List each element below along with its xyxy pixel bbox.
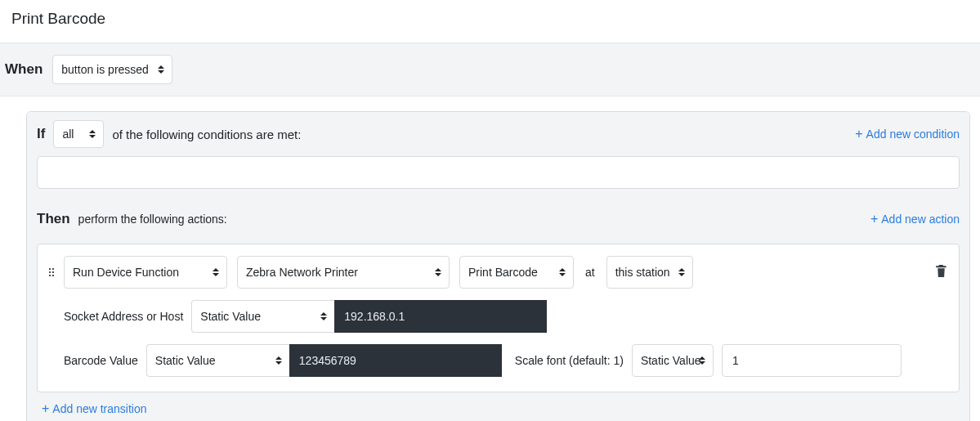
- add-action-button[interactable]: + Add new action: [870, 213, 960, 226]
- when-trigger-value: button is pressed: [61, 63, 149, 76]
- socket-label: Socket Address or Host: [64, 310, 183, 323]
- socket-value-input[interactable]: [334, 300, 547, 333]
- conditions-body: [27, 156, 969, 202]
- sort-icon: [157, 64, 165, 75]
- sort-icon: [212, 266, 220, 278]
- then-body: Run Device Function Zebra Network Printe…: [27, 235, 969, 421]
- drag-handle-icon[interactable]: [49, 268, 54, 276]
- at-label: at: [584, 266, 597, 279]
- rule-panel: If all of the following conditions are m…: [26, 111, 970, 421]
- device-select[interactable]: Zebra Network Printer: [237, 256, 450, 289]
- barcode-mode-value: Static Value: [155, 354, 216, 367]
- device-value: Zebra Network Printer: [246, 266, 358, 279]
- when-bar: When button is pressed: [0, 43, 980, 96]
- if-label: If: [37, 126, 45, 142]
- function-select[interactable]: Print Barcode: [459, 256, 574, 289]
- add-transition-label: Add new transition: [52, 402, 146, 415]
- action-row-3: Barcode Value Static Value Scale font (d…: [49, 344, 947, 377]
- then-suffix: perform the following actions:: [78, 213, 227, 226]
- sort-icon: [88, 128, 96, 140]
- add-transition-button[interactable]: + Add new transition: [42, 402, 147, 415]
- if-mode-value: all: [62, 128, 74, 141]
- plus-icon: +: [42, 402, 49, 415]
- barcode-mode-select[interactable]: Static Value: [146, 344, 289, 377]
- action-type-select[interactable]: Run Device Function: [64, 256, 227, 289]
- sort-icon: [320, 311, 328, 322]
- socket-mode-value: Static Value: [200, 310, 261, 323]
- station-select[interactable]: this station: [606, 256, 693, 289]
- conditions-empty[interactable]: [37, 156, 960, 189]
- sort-icon: [434, 266, 442, 278]
- when-trigger-select[interactable]: button is pressed: [52, 55, 172, 84]
- action-card: Run Device Function Zebra Network Printe…: [37, 244, 960, 392]
- add-condition-button[interactable]: + Add new condition: [855, 128, 960, 141]
- then-label: Then: [37, 211, 70, 227]
- scale-value-input[interactable]: [722, 344, 902, 377]
- sort-icon: [678, 266, 686, 278]
- barcode-label: Barcode Value: [64, 354, 138, 367]
- trash-icon: [935, 264, 947, 278]
- station-value: this station: [615, 266, 670, 279]
- plus-icon: +: [870, 213, 878, 226]
- socket-mode-select[interactable]: Static Value: [191, 300, 334, 333]
- when-label: When: [5, 61, 43, 78]
- sort-icon: [275, 355, 283, 366]
- scale-mode-value: Static Value: [641, 354, 701, 367]
- add-action-label: Add new action: [881, 213, 960, 226]
- if-mode-select[interactable]: all: [53, 120, 104, 148]
- scale-mode-select[interactable]: Static Value: [632, 344, 714, 377]
- action-row-2: Socket Address or Host Static Value: [49, 300, 947, 333]
- if-header: If all of the following conditions are m…: [27, 112, 969, 156]
- sort-icon: [558, 266, 566, 278]
- sort-icon: [698, 355, 706, 366]
- page-title: Print Barcode: [0, 0, 980, 43]
- scale-label: Scale font (default: 1): [515, 354, 624, 367]
- plus-icon: +: [855, 128, 862, 141]
- delete-action-button[interactable]: [935, 264, 947, 280]
- action-row-1: Run Device Function Zebra Network Printe…: [49, 256, 947, 289]
- add-condition-label: Add new condition: [866, 128, 960, 141]
- barcode-value-input[interactable]: [289, 344, 502, 377]
- function-value: Print Barcode: [468, 266, 538, 279]
- action-type-value: Run Device Function: [73, 266, 179, 279]
- if-suffix: of the following conditions are met:: [112, 128, 301, 141]
- then-header: Then perform the following actions: + Ad…: [27, 202, 969, 235]
